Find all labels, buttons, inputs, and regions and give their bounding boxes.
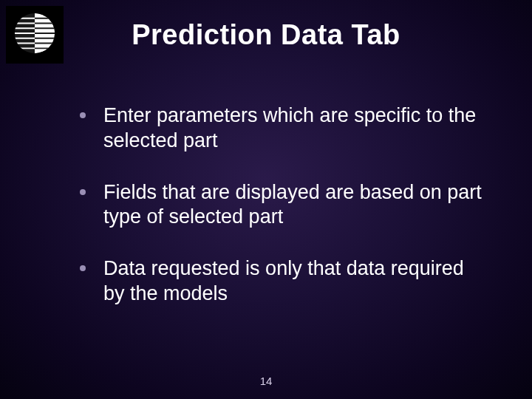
page-number: 14 bbox=[0, 375, 532, 387]
bullet-list: Enter parameters which are specific to t… bbox=[71, 103, 488, 333]
list-item: Fields that are displayed are based on p… bbox=[71, 180, 488, 231]
list-item: Data requested is only that data require… bbox=[71, 256, 488, 307]
list-item: Enter parameters which are specific to t… bbox=[71, 103, 488, 154]
slide-title: Prediction Data Tab bbox=[0, 19, 532, 51]
